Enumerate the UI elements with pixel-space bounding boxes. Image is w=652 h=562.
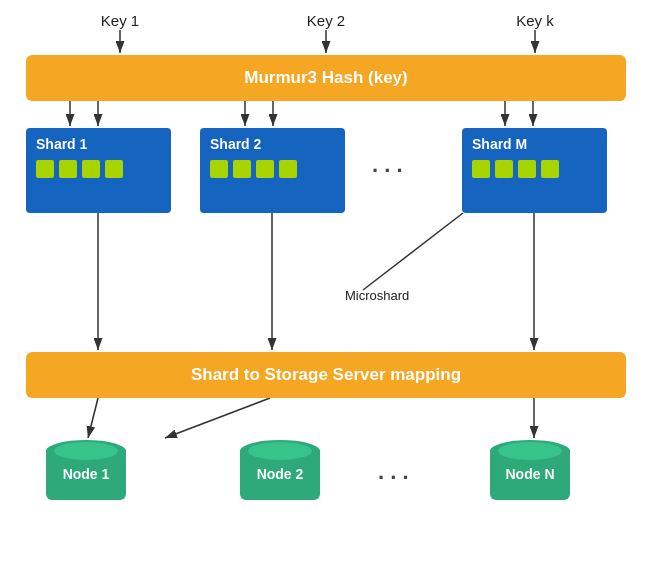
shard1-label: Shard 1 bbox=[36, 136, 161, 152]
shard1-cell2 bbox=[59, 160, 77, 178]
svg-line-14 bbox=[363, 213, 463, 290]
shardm-box: Shard M bbox=[462, 128, 607, 213]
shard1-cell3 bbox=[82, 160, 100, 178]
node1-label: Node 1 bbox=[46, 466, 126, 482]
node1-container: Node 1 bbox=[46, 440, 126, 500]
shardm-microshards bbox=[472, 160, 597, 178]
key1-label: Key 1 bbox=[90, 12, 150, 29]
diagram: Key 1 Key 2 Key k Murmur3 Hash (key) Sha… bbox=[0, 0, 652, 562]
keyk-label: Key k bbox=[505, 12, 565, 29]
shard1-box: Shard 1 bbox=[26, 128, 171, 213]
shard1-microshards bbox=[36, 160, 161, 178]
shard2-cell3 bbox=[256, 160, 274, 178]
shard2-box: Shard 2 bbox=[200, 128, 345, 213]
shard2-cell2 bbox=[233, 160, 251, 178]
shardm-label: Shard M bbox=[472, 136, 597, 152]
noden-shine bbox=[498, 442, 562, 460]
shard-dots: · · · bbox=[372, 158, 403, 184]
node2-shine bbox=[248, 442, 312, 460]
shard2-label: Shard 2 bbox=[210, 136, 335, 152]
node2-container: Node 2 bbox=[240, 440, 320, 500]
noden-container: Node N bbox=[490, 440, 570, 500]
hash-bar-label: Murmur3 Hash (key) bbox=[244, 68, 407, 88]
shard2-cell4 bbox=[279, 160, 297, 178]
shardm-cell4 bbox=[541, 160, 559, 178]
shard1-cell1 bbox=[36, 160, 54, 178]
noden-cylinder: Node N bbox=[490, 440, 570, 500]
shardm-cell2 bbox=[495, 160, 513, 178]
noden-label: Node N bbox=[490, 466, 570, 482]
node2-cylinder: Node 2 bbox=[240, 440, 320, 500]
hash-bar: Murmur3 Hash (key) bbox=[26, 55, 626, 101]
shard2-cell1 bbox=[210, 160, 228, 178]
mapping-bar-label: Shard to Storage Server mapping bbox=[191, 365, 461, 385]
node-dots: · · · bbox=[378, 465, 409, 491]
shard2-microshards bbox=[210, 160, 335, 178]
shard1-cell4 bbox=[105, 160, 123, 178]
node1-shine bbox=[54, 442, 118, 460]
mapping-bar: Shard to Storage Server mapping bbox=[26, 352, 626, 398]
key2-label: Key 2 bbox=[296, 12, 356, 29]
svg-line-15 bbox=[88, 398, 98, 438]
microshard-label: Microshard bbox=[345, 288, 409, 303]
node1-cylinder: Node 1 bbox=[46, 440, 126, 500]
node2-label: Node 2 bbox=[240, 466, 320, 482]
svg-line-16 bbox=[165, 398, 270, 438]
shardm-cell1 bbox=[472, 160, 490, 178]
shardm-cell3 bbox=[518, 160, 536, 178]
